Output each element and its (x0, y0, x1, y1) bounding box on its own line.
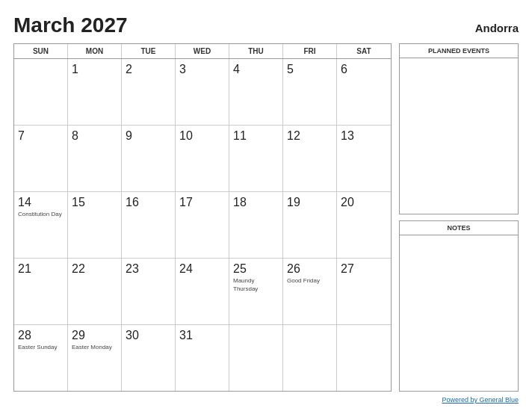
calendar-cell: 19 (283, 192, 337, 258)
calendar-cell: 1 (68, 59, 122, 125)
day-number: 29 (72, 328, 85, 342)
notes-box: NOTES (399, 220, 519, 392)
event-label: Easter Sunday (18, 344, 57, 351)
calendar-cell (229, 325, 283, 391)
calendar-cell: 6 (337, 59, 391, 125)
calendar-cell: 27 (337, 259, 391, 324)
calendar-header-row: SUNMONTUEWEDTHUFRISAT (14, 44, 391, 59)
day-number: 25 (233, 262, 247, 276)
calendar-cell: 22 (68, 259, 122, 324)
day-of-week-header: SUN (14, 44, 68, 58)
calendar-cell: 4 (229, 59, 283, 125)
day-number: 15 (72, 195, 85, 209)
calendar-cell: 26Good Friday (283, 259, 337, 324)
calendar-grid: SUNMONTUEWEDTHUFRISAT 123456789101112131… (13, 43, 392, 392)
day-number: 24 (179, 262, 193, 276)
calendar-cell: 28Easter Sunday (14, 325, 68, 391)
calendar-cell: 29Easter Monday (68, 325, 122, 391)
day-number: 7 (18, 129, 25, 143)
calendar-cell: 16 (122, 192, 176, 258)
calendar-cell: 10 (176, 126, 229, 191)
main-content: SUNMONTUEWEDTHUFRISAT 123456789101112131… (13, 43, 519, 392)
month-title: March 2027 (13, 13, 128, 37)
day-of-week-header: MON (68, 44, 122, 58)
powered-by-link[interactable]: Powered by General Blue (442, 396, 519, 404)
day-of-week-header: FRI (283, 44, 337, 58)
day-number: 8 (72, 129, 78, 143)
calendar-cell: 8 (68, 126, 122, 191)
day-number: 20 (341, 195, 354, 209)
calendar-cell: 9 (122, 126, 176, 191)
day-number: 12 (287, 129, 300, 143)
calendar-week: 14Constitution Day151617181920 (14, 192, 391, 259)
event-label: Maundy Thursday (233, 277, 279, 293)
calendar-cell (14, 59, 68, 125)
day-number: 1 (72, 62, 78, 76)
day-number: 18 (233, 195, 247, 209)
day-number: 26 (287, 262, 300, 276)
day-number: 17 (179, 195, 193, 209)
calendar-week: 2122232425Maundy Thursday26Good Friday27 (14, 259, 391, 325)
day-number: 22 (72, 262, 85, 276)
calendar-header: March 2027 Andorra (13, 13, 519, 37)
calendar-cell: 21 (14, 259, 68, 324)
day-number: 3 (179, 62, 186, 76)
planned-events-content (400, 58, 518, 214)
notes-title: NOTES (400, 221, 518, 235)
calendar-cell: 3 (176, 59, 229, 125)
calendar-cell: 17 (176, 192, 229, 258)
day-number: 30 (126, 328, 139, 342)
day-number: 6 (341, 62, 347, 76)
day-of-week-header: WED (176, 44, 229, 58)
event-label: Easter Monday (72, 344, 112, 351)
calendar-body: 1234567891011121314Constitution Day15161… (14, 59, 391, 391)
day-number: 19 (287, 195, 300, 209)
calendar-cell: 7 (14, 126, 68, 191)
calendar-week: 123456 (14, 59, 391, 126)
day-number: 10 (179, 129, 193, 143)
event-label: Constitution Day (18, 211, 62, 218)
calendar-cell (337, 325, 391, 391)
calendar-cell: 5 (283, 59, 337, 125)
calendar-cell: 23 (122, 259, 176, 324)
day-number: 16 (126, 195, 139, 209)
day-number: 23 (126, 262, 139, 276)
event-label: Good Friday (287, 277, 320, 285)
day-number: 11 (233, 129, 247, 143)
day-number: 27 (341, 262, 354, 276)
footer: Powered by General Blue (13, 396, 519, 404)
calendar-page: March 2027 Andorra SUNMONTUEWEDTHUFRISAT… (0, 0, 532, 411)
day-of-week-header: THU (229, 44, 283, 58)
calendar-cell: 25Maundy Thursday (229, 259, 283, 324)
calendar-cell: 30 (122, 325, 176, 391)
calendar-cell: 15 (68, 192, 122, 258)
calendar-cell: 24 (176, 259, 229, 324)
calendar-week: 78910111213 (14, 126, 391, 192)
calendar-cell: 2 (122, 59, 176, 125)
calendar-cell: 14Constitution Day (14, 192, 68, 258)
side-panel: PLANNED EVENTS NOTES (399, 43, 519, 392)
day-number: 13 (341, 129, 354, 143)
day-number: 4 (233, 62, 240, 76)
calendar-cell: 11 (229, 126, 283, 191)
calendar-week: 28Easter Sunday29Easter Monday3031 (14, 325, 391, 391)
planned-events-box: PLANNED EVENTS (399, 43, 519, 214)
planned-events-title: PLANNED EVENTS (400, 44, 518, 58)
day-number: 5 (287, 62, 294, 76)
day-number: 28 (18, 328, 31, 342)
day-of-week-header: TUE (122, 44, 176, 58)
calendar-cell: 31 (176, 325, 229, 391)
day-number: 2 (126, 62, 132, 76)
calendar-cell (283, 325, 337, 391)
day-of-week-header: SAT (337, 44, 391, 58)
country-title: Andorra (475, 22, 519, 34)
day-number: 31 (179, 328, 193, 342)
calendar-cell: 20 (337, 192, 391, 258)
day-number: 9 (126, 129, 132, 143)
day-number: 14 (18, 195, 31, 209)
notes-content (400, 235, 518, 391)
calendar-cell: 18 (229, 192, 283, 258)
calendar-cell: 12 (283, 126, 337, 191)
calendar-cell: 13 (337, 126, 391, 191)
day-number: 21 (18, 262, 31, 276)
